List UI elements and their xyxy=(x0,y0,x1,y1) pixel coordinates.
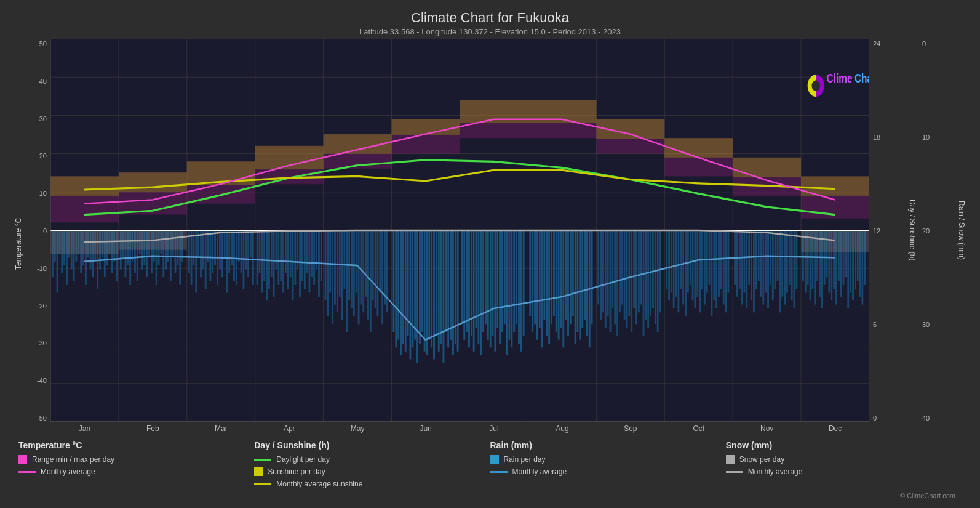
svg-rect-211 xyxy=(513,230,515,332)
svg-rect-377 xyxy=(801,230,869,252)
svg-rect-172 xyxy=(419,230,421,344)
svg-rect-247 xyxy=(607,230,609,316)
svg-rect-263 xyxy=(645,230,647,320)
svg-rect-230 xyxy=(562,230,564,347)
x-month-jun: Jun xyxy=(392,424,460,435)
legend-title-sunshine: Day / Sunshine (h) xyxy=(254,440,490,450)
x-month-oct: Oct xyxy=(664,424,733,435)
svg-rect-238 xyxy=(581,230,583,328)
svg-rect-183 xyxy=(445,230,447,332)
legend-item-rain-bar: Rain per day xyxy=(490,455,726,464)
legend-label-rain: Rain per day xyxy=(504,455,546,464)
svg-rect-118 xyxy=(285,230,287,273)
svg-rect-210 xyxy=(511,230,512,347)
svg-rect-242 xyxy=(591,230,593,324)
svg-rect-115 xyxy=(277,230,279,285)
svg-rect-91 xyxy=(219,230,221,269)
svg-rect-206 xyxy=(501,230,503,332)
svg-rect-137 xyxy=(332,230,333,324)
svg-rect-282 xyxy=(694,230,696,308)
svg-rect-220 xyxy=(539,230,541,328)
svg-rect-281 xyxy=(692,230,694,300)
svg-rect-186 xyxy=(452,230,454,355)
svg-rect-105 xyxy=(252,230,254,285)
svg-rect-114 xyxy=(276,230,277,269)
svg-rect-134 xyxy=(325,230,327,300)
svg-rect-270 xyxy=(666,230,667,289)
svg-rect-141 xyxy=(341,230,343,320)
legend-line-temp-avg xyxy=(18,471,36,473)
svg-rect-106 xyxy=(257,230,258,285)
svg-rect-195 xyxy=(476,230,477,328)
svg-rect-307 xyxy=(758,230,760,281)
legend-rect-rain xyxy=(490,455,499,464)
svg-rect-262 xyxy=(643,230,645,336)
svg-rect-194 xyxy=(473,230,475,352)
svg-rect-208 xyxy=(506,230,508,355)
svg-rect-317 xyxy=(781,230,783,297)
svg-rect-309 xyxy=(762,230,764,305)
svg-rect-81 xyxy=(195,230,197,293)
legend-label-snow-avg: Monthly average xyxy=(748,467,803,476)
legend-label-daylight: Daylight per day xyxy=(276,455,330,464)
legend-rect-snow xyxy=(726,455,735,464)
svg-rect-276 xyxy=(680,230,682,289)
legend-line-rain-avg xyxy=(490,471,508,473)
svg-rect-200 xyxy=(487,230,489,340)
svg-rect-293 xyxy=(720,230,722,289)
x-month-may: May xyxy=(324,424,392,435)
svg-rect-94 xyxy=(226,230,228,293)
svg-rect-192 xyxy=(468,230,470,347)
y-label-right2: Rain / Snow (mm) xyxy=(955,39,968,435)
legend-label-temp-avg: Monthly average xyxy=(41,467,95,476)
svg-rect-231 xyxy=(565,230,567,320)
svg-rect-251 xyxy=(616,230,618,336)
svg-rect-110 xyxy=(266,230,268,300)
y-axis-left: 50 40 30 20 10 0 -10 -20 -30 -40 -50 xyxy=(25,39,50,435)
svg-rect-219 xyxy=(536,230,538,340)
svg-rect-165 xyxy=(402,230,404,344)
x-month-sep: Sep xyxy=(596,424,664,435)
svg-rect-89 xyxy=(214,230,216,265)
svg-rect-301 xyxy=(744,230,746,293)
svg-rect-279 xyxy=(687,230,689,293)
svg-rect-322 xyxy=(794,230,795,308)
svg-rect-323 xyxy=(795,230,797,289)
legend-label-sunshine-avg: Monthly average sunshine xyxy=(276,480,362,488)
svg-rect-224 xyxy=(548,230,550,344)
y-axis-right2: 0 10 20 30 40 xyxy=(918,39,955,435)
legend-title-rain: Rain (mm) xyxy=(490,440,726,450)
svg-rect-174 xyxy=(424,230,426,352)
chart-title: Climate Chart for Fukuoka xyxy=(12,10,968,26)
svg-rect-288 xyxy=(709,230,711,285)
svg-rect-321 xyxy=(791,230,793,300)
legend-label-sunshine: Sunshine per day xyxy=(268,467,325,476)
svg-rect-214 xyxy=(520,230,522,352)
svg-rect-185 xyxy=(450,230,452,340)
legend-col-rain: Rain (mm) Rain per day Monthly average xyxy=(490,440,726,499)
svg-rect-300 xyxy=(741,230,743,305)
svg-rect-128 xyxy=(309,230,311,293)
svg-rect-244 xyxy=(600,230,602,320)
svg-rect-229 xyxy=(560,230,562,328)
svg-rect-102 xyxy=(245,230,247,269)
svg-rect-123 xyxy=(297,230,298,269)
legend-section: Temperature °C Range min / max per day M… xyxy=(12,435,968,502)
svg-rect-252 xyxy=(619,230,621,312)
svg-rect-260 xyxy=(638,230,640,312)
svg-rect-368 xyxy=(392,119,460,135)
svg-rect-196 xyxy=(477,230,479,344)
svg-rect-133 xyxy=(321,230,322,281)
svg-rect-314 xyxy=(775,230,776,289)
svg-rect-264 xyxy=(647,230,649,328)
svg-rect-145 xyxy=(351,230,353,308)
svg-rect-265 xyxy=(650,230,651,316)
svg-rect-166 xyxy=(405,230,407,352)
svg-rect-267 xyxy=(655,230,656,324)
svg-rect-140 xyxy=(339,230,341,297)
legend-col-snow: Snow (mm) Snow per day Monthly average ©… xyxy=(726,440,962,499)
legend-item-sunshine-bar: Sunshine per day xyxy=(254,467,490,476)
svg-rect-280 xyxy=(690,230,691,285)
svg-rect-135 xyxy=(327,230,329,316)
chart-subtitle: Latitude 33.568 - Longitude 130.372 - El… xyxy=(12,27,968,36)
